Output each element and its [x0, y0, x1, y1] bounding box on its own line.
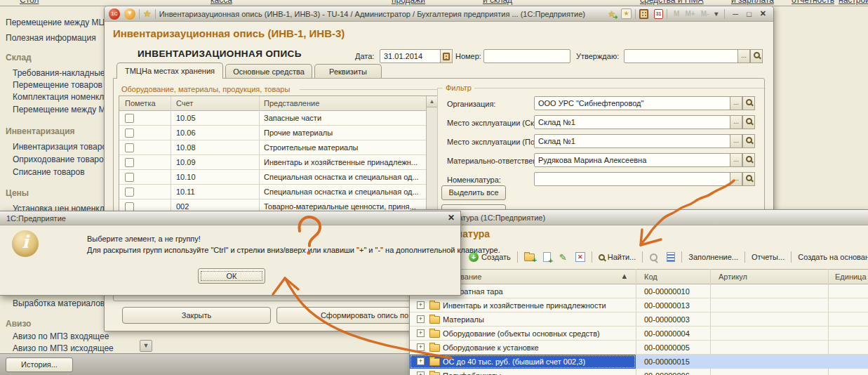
column-header-unit[interactable]: Единица — [835, 272, 867, 281]
date-picker-button[interactable] — [440, 49, 453, 63]
add-favorite-icon[interactable]: ★ — [608, 9, 615, 19]
menu-item-salary[interactable]: и зарплата — [731, 0, 774, 5]
column-header-article[interactable]: Артикул — [719, 272, 747, 281]
catalog-window-titlebar[interactable]: Номенклатура (1С:Предприятие) — [410, 210, 868, 225]
approve-ellipsis-button[interactable]: ... — [737, 49, 750, 63]
table-row-selected[interactable]: ОС до 40 тыс. руб. (бывший счет 002,3) 0… — [410, 355, 868, 369]
approve-input[interactable] — [624, 49, 738, 63]
menu-item-kassa[interactable]: касса — [211, 0, 232, 5]
sidebar-item-avizo-in[interactable]: Авизо по МПЗ входящее — [13, 331, 109, 341]
tab-tmc-storage[interactable]: ТМЦНа местах хранения — [116, 63, 223, 79]
list-settings-button[interactable] — [662, 250, 679, 264]
favorites-list-icon[interactable]: ★ — [621, 8, 632, 19]
menu-item-settings[interactable]: настройки учета — [839, 0, 868, 5]
table-row[interactable]: 10.08 Строительные материалы — [119, 140, 427, 155]
expand-icon[interactable] — [417, 343, 425, 351]
dialog-titlebar[interactable]: 1С:Предприятие ✕ — [0, 211, 460, 225]
nomenclature-search-button[interactable] — [742, 172, 755, 186]
approve-search-button[interactable] — [750, 49, 763, 63]
dialog-close-icon[interactable]: ✕ — [448, 213, 455, 223]
nomenclature-input[interactable] — [534, 172, 730, 186]
table-row[interactable]: 10.09 Инвентарь и хозяйственные принадле… — [119, 155, 427, 170]
org-input[interactable]: ООО УРС "Сибнефтепровод" — [534, 96, 730, 110]
number-input[interactable] — [483, 49, 570, 63]
row-checkbox[interactable] — [125, 173, 134, 182]
table-row[interactable]: Полуфабрикаты 00-00000006 — [410, 369, 868, 375]
memory-mminus-button[interactable]: M- — [701, 10, 709, 18]
row-checkbox[interactable] — [125, 129, 134, 138]
fill-button[interactable]: Заполнение... — [684, 251, 742, 263]
memory-m-button[interactable]: M — [674, 10, 679, 18]
tab-requisites[interactable]: Реквизиты — [314, 64, 382, 79]
favorites-star-icon[interactable]: ★ — [143, 8, 152, 19]
expand-icon[interactable] — [417, 357, 425, 365]
date-input[interactable]: 31.01.2014 — [380, 49, 441, 63]
row-checkbox[interactable] — [125, 114, 134, 123]
responsible-input[interactable]: Рудякова Марина Алексеевна — [534, 153, 730, 167]
warehouse-input[interactable]: Склад №1 — [534, 115, 730, 129]
maximize-button[interactable]: □ — [747, 10, 752, 18]
row-checkbox[interactable] — [125, 188, 134, 197]
responsible-search-button[interactable] — [742, 153, 755, 167]
warehouse-ellipsis-button[interactable]: ... — [730, 115, 742, 129]
delete-button[interactable]: ✕ — [571, 250, 589, 264]
sidebar-item-move-between-mc2[interactable]: Перемещение между МЦ — [13, 105, 112, 114]
table-row[interactable]: Материалы 00-00000003 — [410, 312, 868, 327]
scroll-up-icon[interactable]: ▲ — [427, 96, 437, 107]
menu-item-sales[interactable]: продажи — [392, 0, 425, 5]
sidebar-item-trebovaniya[interactable]: Требования-накладные — [13, 68, 105, 78]
accounts-table-scrollbar[interactable]: ▲ — [426, 96, 437, 228]
menu-item-desktop[interactable]: Стол — [20, 0, 39, 5]
table-row[interactable]: Инвентарь и хозяйственные принадлежности… — [410, 298, 868, 312]
column-header-predstavlenie[interactable]: Представление — [264, 99, 319, 107]
cancel-search-button[interactable] — [645, 251, 662, 264]
ok-button[interactable]: ОК — [198, 268, 265, 284]
sidebar-item-useful-info[interactable]: Полезная информация — [6, 33, 96, 43]
calendar-icon[interactable]: 31 — [654, 9, 663, 19]
division-search-button[interactable] — [742, 134, 755, 148]
expand-icon[interactable] — [417, 301, 425, 309]
column-header-pometka[interactable]: Пометка — [125, 99, 156, 107]
responsible-ellipsis-button[interactable]: ... — [730, 153, 742, 167]
find-button[interactable]: Найти... — [594, 251, 641, 263]
reports-button[interactable]: Отчеты... — [747, 251, 789, 263]
create-based-button[interactable]: Создать на основании — [794, 251, 868, 263]
tab-fixed-assets[interactable]: Основные средства — [225, 64, 312, 79]
copy-button[interactable] — [539, 250, 555, 264]
menu-item-reports[interactable]: отчетность — [792, 0, 834, 5]
minimize-button[interactable]: ─ — [733, 10, 738, 18]
nomenclature-ellipsis-button[interactable]: ... — [730, 172, 742, 186]
window-menu-icon[interactable] — [124, 8, 135, 20]
sidebar-scroll-down-button[interactable]: ▼ — [140, 340, 152, 352]
sidebar-item-move-goods[interactable]: Перемещение товаров — [13, 80, 102, 90]
expand-icon[interactable] — [417, 315, 425, 323]
division-ellipsis-button[interactable]: ... — [730, 134, 742, 148]
sidebar-item-move-between-mc[interactable]: Перемещение между МЦ — [6, 18, 105, 27]
history-button[interactable]: История... — [6, 357, 73, 372]
sidebar-item-spisanie[interactable]: Списание товаров — [13, 167, 85, 177]
sidebar-item-vyrabotka[interactable]: Выработка материалов — [13, 298, 105, 308]
close-form-button[interactable]: Закрыть — [122, 307, 271, 324]
close-button[interactable]: ✕ — [760, 9, 766, 18]
chevron-down-icon[interactable]: ▾ — [714, 10, 718, 18]
sidebar-item-inventory-goods[interactable]: Инвентаризация товаров — [13, 142, 111, 152]
select-all-button[interactable]: Выделить все — [441, 185, 506, 200]
table-row[interactable]: Оборудование к установке 00-00000005 — [410, 341, 868, 355]
sidebar-item-oprihodovanie[interactable]: Оприходование товаров — [13, 154, 108, 164]
table-row[interactable]: 10.10 Специальная оснастка и специальная… — [119, 170, 427, 185]
main-window-titlebar[interactable]: ★ Инвентаризауционная опись (ИНВ-1, ИНВ-… — [105, 6, 773, 22]
calculator-icon[interactable] — [639, 9, 648, 19]
expand-icon[interactable] — [417, 329, 425, 337]
row-checkbox[interactable] — [125, 143, 134, 152]
org-search-button[interactable] — [742, 96, 755, 110]
memory-mplus-button[interactable]: M+ — [685, 10, 695, 18]
row-checkbox[interactable] — [125, 158, 134, 167]
menu-item-assets[interactable]: средства и НМА — [640, 0, 704, 5]
table-row[interactable]: Оборудование (объекты основных средств) … — [410, 327, 868, 341]
column-header-schet[interactable]: Счет — [176, 99, 193, 107]
table-row[interactable]: Возвратная тара 00-00000010 — [410, 284, 868, 298]
expand-icon[interactable] — [417, 371, 425, 375]
org-ellipsis-button[interactable]: ... — [730, 96, 742, 110]
division-input[interactable]: Склад №1 — [534, 134, 730, 148]
table-row[interactable]: 10.06 Прочие материалы — [119, 126, 427, 140]
